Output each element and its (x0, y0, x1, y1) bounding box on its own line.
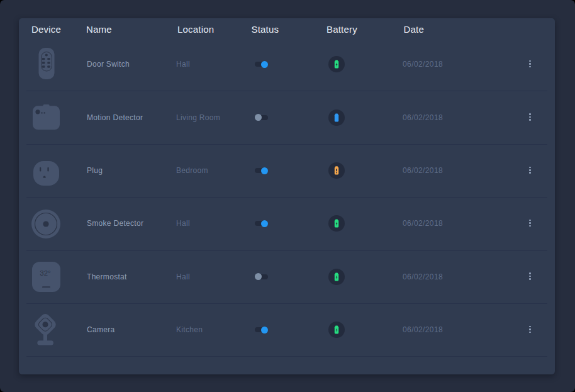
svg-text:32°: 32° (40, 269, 50, 277)
